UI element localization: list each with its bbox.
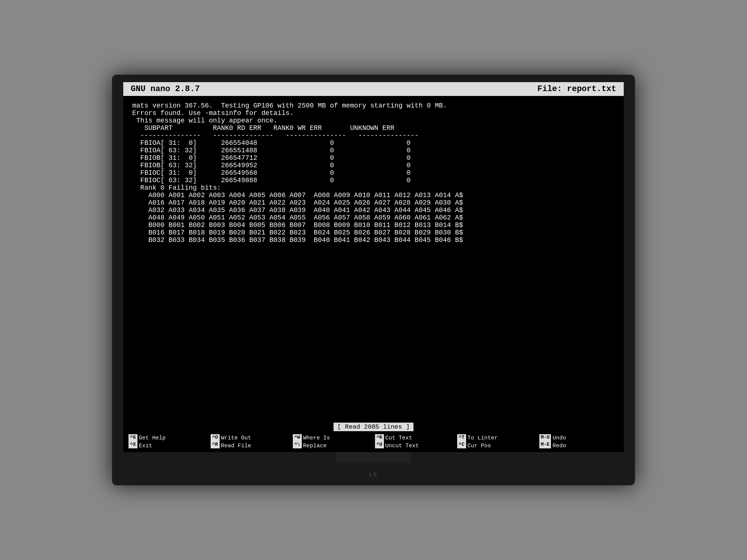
monitor: GNU nano 2.8.7 File: report.txt mats ver… <box>112 75 635 485</box>
terminal-line: B032 B033 B034 B035 B036 B037 B038 B039 … <box>132 236 615 244</box>
terminal-line: FBIOA[ 31: 0] 266554048 0 0 <box>132 139 615 147</box>
file-name: File: report.txt <box>537 84 616 94</box>
terminal-line: FBIOC[ 63: 32] 266549888 0 0 <box>132 177 615 184</box>
cmd-label: Cut TextUncut Text <box>385 434 419 450</box>
cmd-item[interactable]: ^G ^X Get HelpExit <box>127 433 209 451</box>
cmd-label: UndoRedo <box>552 434 566 450</box>
lg-logo: LG <box>369 472 378 478</box>
cmd-item[interactable]: ^K ^U Cut TextUncut Text <box>374 433 456 451</box>
terminal-line: SUBPART RANK0 RD ERR RANK0 WR ERR UNKNOW… <box>132 124 615 132</box>
terminal-line: A032 A033 A034 A035 A036 A037 A038 A039 … <box>132 206 615 214</box>
terminal-line: mats version 367.56. Testing GP106 with … <box>132 102 615 109</box>
terminal-line: B000 B001 B002 B003 B004 B005 B006 B007 … <box>132 221 615 229</box>
terminal-line: Errors found. Use -matsinfo for details. <box>132 109 615 117</box>
terminal-line: Rank 0 Failing bits: <box>132 184 615 192</box>
cmd-label: To LinterCur Pos <box>468 434 498 450</box>
monitor-stand <box>336 452 411 463</box>
cmd-label: Write OutRead File <box>221 434 251 450</box>
cmd-key: M-U M-E <box>539 434 551 448</box>
cmd-key: ^T ^C <box>457 434 466 448</box>
cmd-key: ^G ^X <box>128 434 137 448</box>
cmd-item[interactable]: ^T ^C To LinterCur Pos <box>456 433 538 451</box>
nano-version: GNU nano 2.8.7 <box>131 84 200 94</box>
terminal-line: A000 A001 A002 A003 A004 A005 A006 A007 … <box>132 192 615 199</box>
terminal-line: FBIOC[ 31: 0] 266549568 0 0 <box>132 169 615 177</box>
read-status-row: [ Read 2085 lines ] <box>123 422 624 432</box>
cmd-label: Where IsReplace <box>303 434 330 450</box>
bottom-bar: ^G ^X Get HelpExit ^O ^R Write OutRead F… <box>123 432 624 452</box>
cmd-key: ^W ^\ <box>293 434 302 448</box>
terminal-line: FBIOA[ 63: 32] 266551488 0 0 <box>132 147 615 154</box>
terminal-line: This message will only appear once. <box>132 117 615 124</box>
cmd-item[interactable]: ^O ^R Write OutRead File <box>209 433 291 451</box>
cmd-key: ^K ^U <box>375 434 384 448</box>
monitor-base <box>308 463 439 470</box>
screen: GNU nano 2.8.7 File: report.txt mats ver… <box>123 82 624 452</box>
cmd-key: ^O ^R <box>211 434 220 448</box>
cmd-item[interactable]: ^W ^\ Where IsReplace <box>291 433 374 451</box>
terminal-line: --------------- --------------- --------… <box>132 132 615 139</box>
terminal-line: FBIOB[ 31: 0] 266547712 0 0 <box>132 154 615 162</box>
read-status: [ Read 2085 lines ] <box>334 423 413 431</box>
cmd-label: Get HelpExit <box>139 434 166 450</box>
terminal-body: mats version 367.56. Testing GP106 with … <box>123 96 624 422</box>
cmd-item[interactable]: M-U M-E UndoRedo <box>538 433 620 451</box>
terminal-line: FBIOB[ 63: 32] 266549952 0 0 <box>132 162 615 169</box>
terminal-line: A048 A049 A050 A051 A052 A053 A054 A055 … <box>132 214 615 221</box>
terminal-line: B016 B017 B018 B019 B020 B021 B022 B023 … <box>132 229 615 236</box>
title-bar: GNU nano 2.8.7 File: report.txt <box>123 82 624 96</box>
terminal-line: A016 A017 A018 A019 A020 A021 A022 A023 … <box>132 199 615 206</box>
